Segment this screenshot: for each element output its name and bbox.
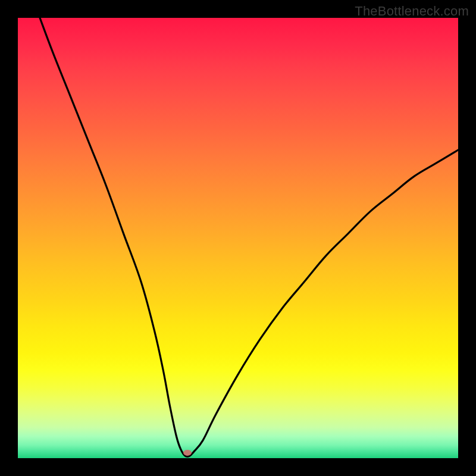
bottleneck-curve <box>18 18 458 458</box>
minimum-marker <box>183 450 192 456</box>
chart-frame: TheBottleneck.com <box>0 0 476 476</box>
plot-area <box>18 18 458 458</box>
watermark-text: TheBottleneck.com <box>355 4 469 19</box>
